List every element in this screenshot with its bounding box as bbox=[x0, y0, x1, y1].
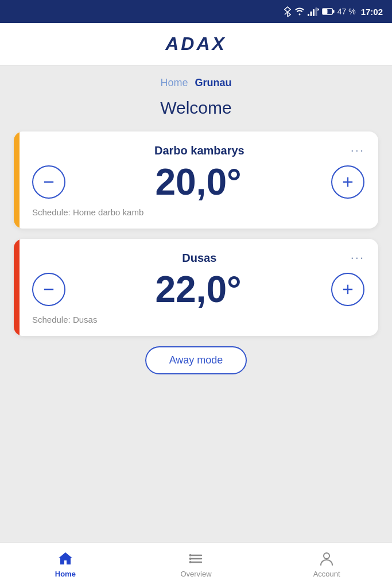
decrease-temp-1[interactable] bbox=[32, 273, 65, 306]
schedule-0: Schedule: Home darbo kamb bbox=[32, 207, 364, 217]
increase-temp-1[interactable] bbox=[331, 273, 364, 306]
status-time: 17:02 bbox=[361, 7, 383, 17]
svg-rect-6 bbox=[333, 10, 335, 13]
svg-rect-7 bbox=[323, 9, 327, 14]
main-content: Home Grunau Welcome Darbo kambarys ··· 2… bbox=[0, 65, 392, 542]
breadcrumb-home[interactable]: Home bbox=[160, 77, 188, 89]
breadcrumb: Home Grunau bbox=[14, 77, 378, 89]
room-header-0: Darbo kambarys ··· bbox=[32, 143, 364, 158]
svg-rect-0 bbox=[308, 14, 309, 16]
nav-account[interactable]: Account bbox=[261, 550, 392, 578]
room-indicator-1 bbox=[14, 239, 20, 336]
breadcrumb-location[interactable]: Grunau bbox=[195, 77, 232, 89]
nav-overview[interactable]: Overview bbox=[131, 550, 262, 578]
decrease-temp-0[interactable] bbox=[32, 165, 65, 199]
bottom-nav: Home Overview Account bbox=[0, 542, 392, 588]
welcome-title: Welcome bbox=[14, 98, 378, 118]
room-name-1: Dusas bbox=[48, 252, 351, 265]
signal-icon: H bbox=[308, 7, 319, 16]
bluetooth-icon bbox=[284, 6, 292, 17]
room-menu-1[interactable]: ··· bbox=[351, 250, 364, 265]
away-mode-button[interactable]: Away mode bbox=[145, 346, 247, 374]
overview-icon bbox=[188, 550, 205, 567]
svg-point-18 bbox=[189, 558, 191, 560]
wifi-icon bbox=[294, 7, 305, 16]
home-icon bbox=[57, 550, 74, 567]
svg-rect-2 bbox=[313, 9, 315, 16]
nav-home[interactable]: Home bbox=[0, 550, 131, 578]
schedule-1: Schedule: Dusas bbox=[32, 315, 364, 324]
room-card-1: Dusas ··· 22,0° Schedule: Dusas bbox=[14, 239, 378, 336]
app-header: ADAX bbox=[0, 23, 392, 65]
room-name-0: Darbo kambarys bbox=[48, 144, 351, 157]
svg-text:H: H bbox=[317, 7, 319, 11]
nav-overview-label: Overview bbox=[180, 570, 211, 578]
room-indicator-0 bbox=[14, 131, 20, 229]
nav-home-label: Home bbox=[55, 570, 76, 578]
battery-percentage: 47 % bbox=[337, 7, 356, 16]
temperature-1: 22,0° bbox=[155, 271, 241, 308]
app-logo: ADAX bbox=[165, 33, 227, 55]
room-header-1: Dusas ··· bbox=[32, 250, 364, 265]
room-menu-0[interactable]: ··· bbox=[351, 143, 364, 158]
nav-account-label: Account bbox=[313, 570, 340, 578]
battery-icon bbox=[322, 7, 335, 16]
status-bar: H 47 % 17:02 bbox=[0, 0, 392, 23]
room-card-0: Darbo kambarys ··· 20,0° Schedule: Hom bbox=[14, 131, 378, 229]
svg-rect-1 bbox=[310, 11, 312, 16]
away-mode-container: Away mode bbox=[14, 346, 378, 374]
increase-temp-0[interactable] bbox=[331, 165, 364, 199]
room-controls-1: 22,0° bbox=[32, 271, 364, 308]
svg-point-17 bbox=[189, 554, 191, 556]
account-icon bbox=[318, 550, 335, 567]
temperature-0: 20,0° bbox=[155, 164, 241, 200]
svg-point-20 bbox=[324, 553, 329, 559]
svg-point-19 bbox=[189, 561, 191, 563]
status-icons: H 47 % 17:02 bbox=[284, 6, 383, 17]
room-controls-0: 20,0° bbox=[32, 164, 364, 200]
